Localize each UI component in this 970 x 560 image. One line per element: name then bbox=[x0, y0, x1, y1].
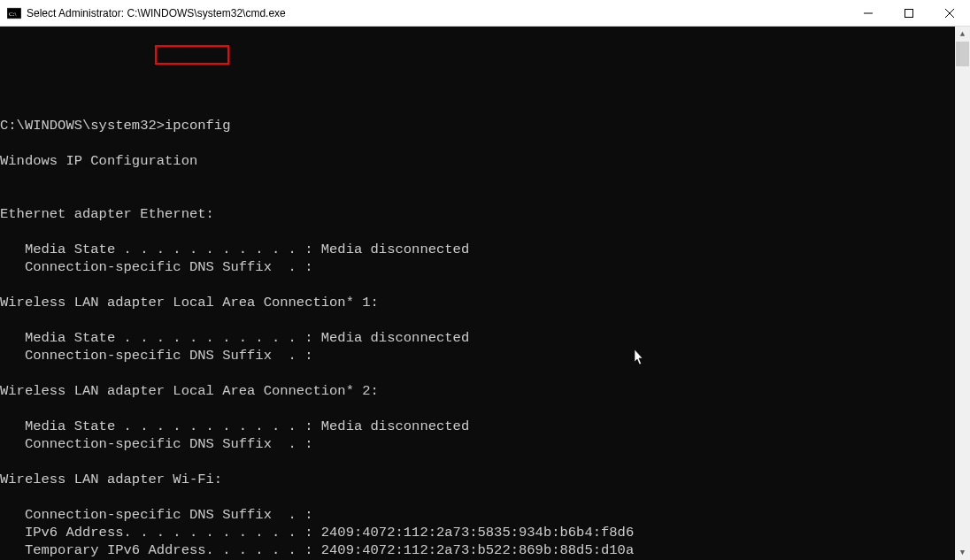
terminal-line bbox=[0, 188, 955, 205]
scroll-down-arrow-icon[interactable]: ▼ bbox=[955, 545, 970, 560]
terminal-line: Temporary IPv6 Address. . . . . . : 2409… bbox=[0, 541, 955, 559]
terminal-line: Wireless LAN adapter Local Area Connecti… bbox=[0, 294, 955, 311]
window-controls bbox=[848, 0, 970, 26]
terminal-container: C:\WINDOWS\system32>ipconfig Windows IP … bbox=[0, 27, 970, 560]
terminal-line: Wireless LAN adapter Local Area Connecti… bbox=[0, 382, 955, 400]
terminal-line: Media State . . . . . . . . . . . : Medi… bbox=[0, 329, 955, 347]
terminal-line: Connection-specific DNS Suffix . : bbox=[0, 347, 955, 364]
terminal-line: Windows IP Configuration bbox=[0, 152, 955, 170]
terminal-line bbox=[0, 311, 955, 329]
terminal-line bbox=[0, 488, 955, 506]
minimize-button[interactable] bbox=[848, 0, 889, 26]
command-highlight-annotation bbox=[155, 45, 229, 65]
scroll-thumb[interactable] bbox=[956, 42, 969, 66]
svg-text:C:\: C:\ bbox=[9, 11, 17, 18]
titlebar[interactable]: C:\ Select Administrator: C:\WINDOWS\sys… bbox=[0, 0, 970, 27]
maximize-button[interactable] bbox=[889, 0, 929, 26]
terminal-line bbox=[0, 99, 955, 117]
terminal-line: Media State . . . . . . . . . . . : Medi… bbox=[0, 418, 955, 435]
terminal-line bbox=[0, 170, 955, 188]
terminal-line: Connection-specific DNS Suffix . : bbox=[0, 435, 955, 453]
scroll-up-arrow-icon[interactable]: ▲ bbox=[955, 27, 970, 42]
window-title: Select Administrator: C:\WINDOWS\system3… bbox=[27, 7, 848, 19]
terminal-line bbox=[0, 223, 955, 241]
svg-rect-3 bbox=[905, 9, 913, 17]
terminal-line bbox=[0, 364, 955, 382]
terminal-line: Wireless LAN adapter Wi-Fi: bbox=[0, 471, 955, 488]
terminal-line bbox=[0, 400, 955, 418]
terminal-line bbox=[0, 276, 955, 294]
close-button[interactable] bbox=[929, 0, 970, 26]
terminal-line bbox=[0, 453, 955, 471]
terminal-line: C:\WINDOWS\system32>ipconfig bbox=[0, 117, 955, 134]
terminal-line bbox=[0, 134, 955, 152]
terminal-line: Connection-specific DNS Suffix . : bbox=[0, 506, 955, 524]
terminal-line: IPv6 Address. . . . . . . . . . . : 2409… bbox=[0, 524, 955, 541]
terminal-output[interactable]: C:\WINDOWS\system32>ipconfig Windows IP … bbox=[0, 27, 955, 560]
vertical-scrollbar[interactable]: ▲ ▼ bbox=[955, 27, 970, 560]
terminal-line: Media State . . . . . . . . . . . : Medi… bbox=[0, 241, 955, 258]
cmd-icon: C:\ bbox=[7, 6, 21, 20]
terminal-line: Ethernet adapter Ethernet: bbox=[0, 205, 955, 223]
terminal-line: Connection-specific DNS Suffix . : bbox=[0, 258, 955, 276]
